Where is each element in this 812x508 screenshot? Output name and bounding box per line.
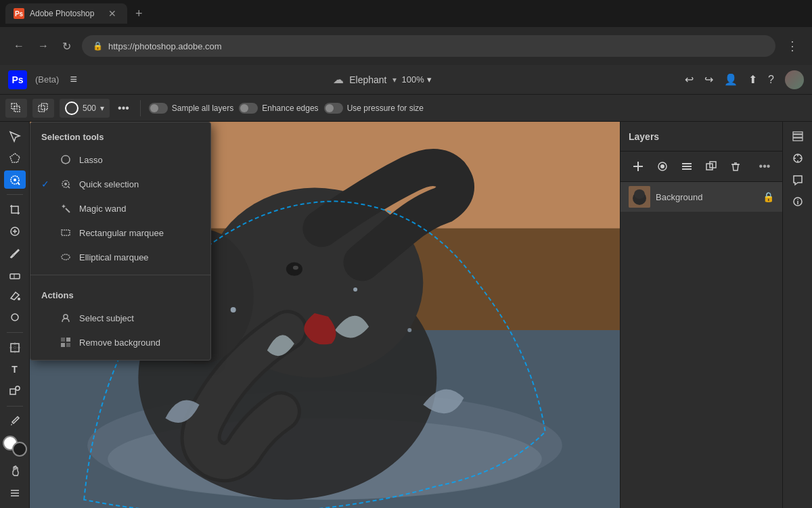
add-layer-button[interactable] [629, 157, 648, 176]
sample-all-label: Sample all layers [172, 103, 233, 113]
tool-text[interactable]: T [4, 360, 26, 379]
svg-line-6 [18, 183, 20, 185]
svg-point-7 [14, 179, 16, 181]
brush-size-control[interactable]: 500 ▾ [60, 99, 110, 118]
svg-rect-54 [682, 166, 692, 167]
user-avatar[interactable] [785, 70, 804, 89]
tool-separator-1 [7, 194, 23, 195]
tool-paint-bucket[interactable] [4, 287, 26, 306]
remove-bg-label: Remove background [79, 338, 160, 348]
enhance-edges-toggle[interactable]: Enhance edges [239, 103, 318, 114]
tool-select-move[interactable] [4, 127, 26, 146]
comments-panel-toggle[interactable] [788, 170, 807, 189]
adjustments-icon [792, 152, 804, 164]
tool-sort[interactable] [4, 484, 26, 503]
color-swatches[interactable] [3, 436, 27, 457]
rect-marquee-icon [59, 226, 72, 239]
adjustments-panel-toggle[interactable] [788, 149, 807, 168]
quick-sel-check: ✓ [41, 179, 52, 189]
select-subject-label: Select subject [79, 313, 134, 323]
filename-dropdown-arrow[interactable]: ▾ [392, 75, 397, 85]
more-layers-button[interactable]: ••• [755, 157, 774, 176]
svg-rect-64 [793, 135, 803, 137]
sample-all-toggle-switch[interactable] [149, 103, 168, 114]
tool-select-polygon[interactable] [4, 149, 26, 168]
tool-crop[interactable] [4, 200, 26, 219]
lasso-check [41, 154, 52, 165]
remove-bg-item[interactable]: Remove background [30, 330, 210, 354]
tool-healing[interactable] [4, 222, 26, 241]
select-subject-icon [59, 311, 72, 325]
info-panel-toggle[interactable] [788, 192, 807, 211]
ps-filename: Elephant [349, 74, 386, 85]
address-input[interactable]: 🔒 https://photoshop.adobe.com [82, 35, 775, 57]
eraser-icon [9, 269, 21, 281]
help-button[interactable]: ? [768, 74, 774, 86]
actions-title: Actions [30, 281, 210, 306]
ps-layers-panel: Layers ••• [620, 122, 782, 508]
svg-point-52 [660, 164, 664, 168]
sample-all-layers-toggle[interactable]: Sample all layers [149, 103, 233, 114]
tool-hand[interactable] [4, 462, 26, 481]
layers-panel-toggle[interactable] [788, 127, 807, 146]
tool-shape[interactable] [4, 382, 26, 400]
pressure-toggle[interactable]: Use pressure for size [324, 103, 424, 114]
crop-icon [9, 204, 21, 216]
tab-favicon: Ps [14, 8, 24, 19]
enhance-edges-switch[interactable] [239, 103, 258, 114]
new-tab-button[interactable]: + [130, 4, 148, 24]
shape-icon [9, 385, 21, 397]
selection-tools-title: Selection tools [30, 122, 210, 147]
quick-sel-label: Quick selection [79, 179, 139, 189]
svg-point-37 [407, 328, 411, 332]
tool-eyedropper[interactable] [4, 411, 26, 430]
delete-layer-button[interactable] [726, 157, 745, 176]
svg-rect-18 [10, 389, 16, 394]
polygon-select-icon [9, 152, 21, 164]
adjustment-button[interactable] [677, 157, 696, 176]
ps-header-actions: ↩ ↪ 👤 ⬆ ? [685, 70, 804, 89]
mask-icon [656, 160, 669, 172]
rect-marquee-item[interactable]: Rectangular marquee [30, 221, 210, 245]
ps-header: Ps (Beta) ≡ ☁ Elephant ▾ 100% ▾ ↩ ↪ 👤 ⬆ … [0, 65, 812, 95]
tab-close-button[interactable]: ✕ [106, 7, 119, 20]
tool-brush[interactable] [4, 244, 26, 262]
more-options-button[interactable]: ••• [115, 99, 132, 117]
forward-button[interactable]: → [35, 37, 51, 55]
ps-title-area: ☁ Elephant ▾ 100% ▾ [88, 73, 677, 86]
tool-crop2[interactable] [4, 338, 26, 357]
ellipse-marquee-item[interactable]: Elliptical marquee [30, 245, 210, 269]
layers-panel-toolbar: ••• [621, 152, 782, 182]
back-button[interactable]: ← [11, 37, 27, 55]
user-profile-icon[interactable]: 👤 [724, 73, 738, 86]
tool-eraser[interactable] [4, 265, 26, 284]
background-color[interactable] [12, 442, 27, 457]
magic-wand-item[interactable]: Magic wand [30, 196, 210, 221]
subtract-from-selection-button[interactable] [32, 99, 54, 118]
undo-button[interactable]: ↩ [685, 73, 694, 86]
info-icon [792, 195, 804, 208]
active-tab[interactable]: Ps Adobe Photoshop ✕ [5, 3, 127, 24]
quick-selection-item[interactable]: ✓ Quick selection [30, 172, 210, 196]
pressure-switch[interactable] [324, 103, 343, 114]
redo-button[interactable]: ↪ [704, 73, 713, 86]
ps-canvas[interactable]: Selection tools Lasso ✓ [30, 122, 620, 508]
reload-button[interactable]: ↻ [60, 37, 74, 55]
background-layer[interactable]: Background 🔒 [621, 182, 782, 212]
browser-more-button[interactable]: ⋮ [784, 36, 801, 56]
tool-dodge[interactable] [4, 308, 26, 327]
select-subject-item[interactable]: Select subject [30, 306, 210, 330]
duplicate-layer-button[interactable] [702, 157, 721, 176]
add-to-selection-button[interactable] [5, 99, 27, 118]
lasso-tool-item[interactable]: Lasso [30, 147, 210, 172]
comments-icon [792, 174, 804, 186]
svg-rect-45 [61, 338, 65, 342]
paint-bucket-icon [9, 290, 21, 302]
share-button[interactable]: ⬆ [748, 73, 757, 86]
dodge-icon [9, 311, 21, 323]
tool-separator-3 [7, 406, 23, 407]
tool-quick-selection[interactable] [4, 170, 26, 189]
ps-menu-button[interactable]: ≡ [67, 70, 80, 89]
mask-button[interactable] [653, 157, 672, 176]
zoom-dropdown-arrow[interactable]: ▾ [427, 74, 432, 85]
